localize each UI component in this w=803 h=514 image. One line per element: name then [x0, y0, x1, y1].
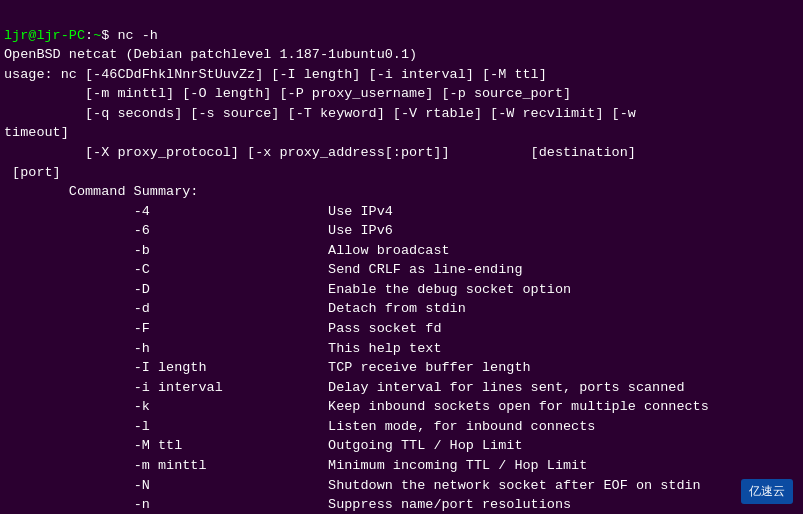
line-19: -l Listen mode, for inbound connects — [4, 419, 595, 434]
line-20: -M ttl Outgoing TTL / Hop Limit — [4, 438, 523, 453]
line-4: timeout] — [4, 125, 69, 140]
line-8: -4 Use IPv4 — [4, 204, 393, 219]
watermark-text: 亿速云 — [749, 484, 785, 498]
line-16: -I length TCP receive buffer length — [4, 360, 531, 375]
line-14: -F Pass socket fd — [4, 321, 441, 336]
prompt-separator: : — [85, 28, 93, 43]
line-6: [port] — [4, 165, 61, 180]
line-18: -k Keep inbound sockets open for multipl… — [4, 399, 709, 414]
line-9: -6 Use IPv6 — [4, 223, 393, 238]
line-22: -N Shutdown the network socket after EOF… — [4, 478, 701, 493]
prompt: ljr@ljr-PC — [4, 28, 85, 43]
line-2: [-m minttl] [-O length] [-P proxy_userna… — [4, 86, 571, 101]
line-1: usage: nc [-46CDdFhklNnrStUuvZz] [-I len… — [4, 67, 547, 82]
line-5: [-X proxy_protocol] [-x proxy_address[:p… — [4, 145, 636, 160]
terminal-window: ljr@ljr-PC:~$ nc -h OpenBSD netcat (Debi… — [0, 0, 803, 514]
prompt-dollar: $ — [101, 28, 117, 43]
line-23: -n Suppress name/port resolutions — [4, 497, 571, 512]
line-0: OpenBSD netcat (Debian patchlevel 1.187-… — [4, 47, 417, 62]
watermark-badge: 亿速云 — [741, 479, 793, 504]
line-13: -d Detach from stdin — [4, 301, 466, 316]
line-12: -D Enable the debug socket option — [4, 282, 571, 297]
line-21: -m minttl Minimum incoming TTL / Hop Lim… — [4, 458, 587, 473]
line-10: -b Allow broadcast — [4, 243, 450, 258]
line-7: Command Summary: — [4, 184, 198, 199]
line-15: -h This help text — [4, 341, 441, 356]
line-17: -i interval Delay interval for lines sen… — [4, 380, 685, 395]
line-11: -C Send CRLF as line-ending — [4, 262, 523, 277]
command-text: nc -h — [117, 28, 158, 43]
line-3: [-q seconds] [-s source] [-T keyword] [-… — [4, 106, 636, 121]
